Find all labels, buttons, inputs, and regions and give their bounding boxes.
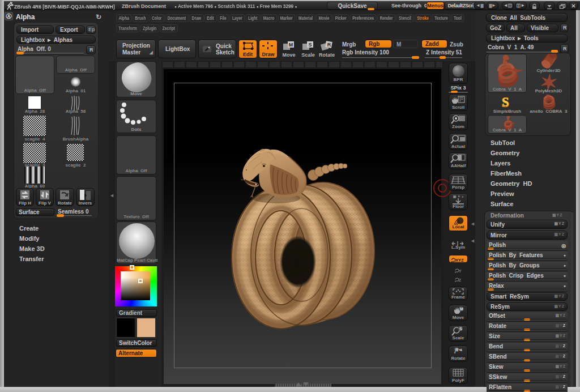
svg-text:R: R: [455, 348, 458, 352]
svg-text:XYZ: XYZ: [455, 258, 464, 263]
svg-text:Y: Y: [459, 269, 462, 273]
svg-text:R: R: [327, 42, 331, 48]
svg-text:Z: Z: [459, 278, 461, 282]
svg-text:S: S: [459, 327, 462, 331]
svg-text:M: M: [460, 307, 463, 311]
svg-text:M: M: [289, 42, 293, 48]
svg-text:S: S: [308, 42, 312, 48]
